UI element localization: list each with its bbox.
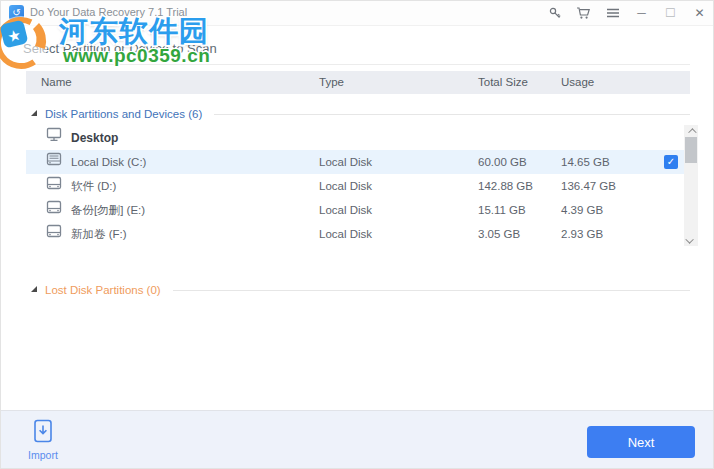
device-name: 备份[勿删] (E:) xyxy=(71,198,145,222)
window-title: Do Your Data Recovery 7.1 Trial xyxy=(30,6,187,18)
device-type: Local Disk xyxy=(319,198,372,222)
column-header-name: Name xyxy=(41,71,72,94)
next-button[interactable]: Next xyxy=(587,426,695,458)
group-lost-partitions[interactable]: Lost Disk Partitions (0) xyxy=(26,280,690,300)
device-row[interactable]: 备份[勿删] (E:) Local Disk 15.11 GB 4.39 GB … xyxy=(26,198,684,222)
device-name: Desktop xyxy=(71,126,118,150)
device-total-size: 60.00 GB xyxy=(478,150,527,174)
app-window: ↺ Do Your Data Recovery 7.1 Trial ─ ☐ ✕ … xyxy=(0,0,714,469)
scroll-up-icon[interactable] xyxy=(684,125,698,136)
device-type: Local Disk xyxy=(319,150,372,174)
row-icon xyxy=(46,174,62,198)
device-name: 软件 (D:) xyxy=(71,174,116,198)
device-usage: 2.93 GB xyxy=(561,222,603,246)
group-label: Lost Disk Partitions (0) xyxy=(45,284,161,296)
row-checkbox[interactable]: ✓ xyxy=(664,155,678,169)
minimize-icon[interactable]: ─ xyxy=(634,6,649,21)
group-label: Disk Partitions and Devices (6) xyxy=(45,108,202,120)
device-name: Local Disk (C:) xyxy=(71,150,146,174)
maximize-icon[interactable]: ☐ xyxy=(663,6,678,21)
scroll-down-icon[interactable] xyxy=(684,235,698,246)
column-header-type: Type xyxy=(319,71,344,94)
device-row[interactable]: 新加卷 (F:) Local Disk 3.05 GB 2.93 GB ✓ xyxy=(26,222,684,246)
device-usage: 14.65 GB xyxy=(561,150,610,174)
svg-text:★: ★ xyxy=(6,26,23,46)
device-total-size: 15.11 GB xyxy=(478,198,526,222)
column-header-total-size: Total Size xyxy=(478,71,528,94)
vertical-scrollbar[interactable] xyxy=(684,125,698,246)
device-total-size: 3.05 GB xyxy=(478,222,520,246)
device-type: Local Disk xyxy=(319,222,372,246)
row-icon xyxy=(46,222,62,246)
scrollbar-thumb[interactable] xyxy=(685,137,697,163)
device-row[interactable]: Desktop ✓ xyxy=(26,126,684,150)
group-divider xyxy=(214,114,690,115)
row-icon xyxy=(46,126,62,150)
device-list: Desktop ✓ Local Disk (C:) Local Disk 60.… xyxy=(26,126,684,246)
device-row[interactable]: Local Disk (C:) Local Disk 60.00 GB 14.6… xyxy=(26,150,684,174)
row-icon xyxy=(46,150,62,174)
expand-triangle-icon xyxy=(31,286,37,292)
register-key-icon[interactable] xyxy=(547,6,562,21)
cart-icon[interactable] xyxy=(576,6,591,21)
import-button[interactable]: Import xyxy=(21,419,65,461)
device-type: Local Disk xyxy=(319,174,372,198)
close-icon[interactable]: ✕ xyxy=(692,6,707,21)
page-title: Select Partition or Device to Scan xyxy=(23,41,217,56)
column-header-usage: Usage xyxy=(561,71,594,94)
import-label: Import xyxy=(21,449,65,461)
row-icon xyxy=(46,198,62,222)
import-document-icon xyxy=(33,430,53,447)
expand-triangle-icon xyxy=(31,110,37,116)
titlebar: ↺ Do Your Data Recovery 7.1 Trial ─ ☐ ✕ xyxy=(1,1,713,26)
heading-divider xyxy=(26,64,690,65)
group-disk-partitions[interactable]: Disk Partitions and Devices (6) xyxy=(26,104,690,124)
device-usage: 4.39 GB xyxy=(561,198,603,222)
device-name: 新加卷 (F:) xyxy=(71,222,127,246)
device-row[interactable]: 软件 (D:) Local Disk 142.88 GB 136.47 GB ✓ xyxy=(26,174,684,198)
device-total-size: 142.88 GB xyxy=(478,174,533,198)
app-logo-icon: ↺ xyxy=(9,5,24,20)
group-divider xyxy=(173,290,690,291)
menu-icon[interactable] xyxy=(605,6,620,21)
table-header: Name Type Total Size Usage xyxy=(26,71,690,94)
footer-bar: Import Next xyxy=(1,410,713,468)
device-usage: 136.47 GB xyxy=(561,174,616,198)
